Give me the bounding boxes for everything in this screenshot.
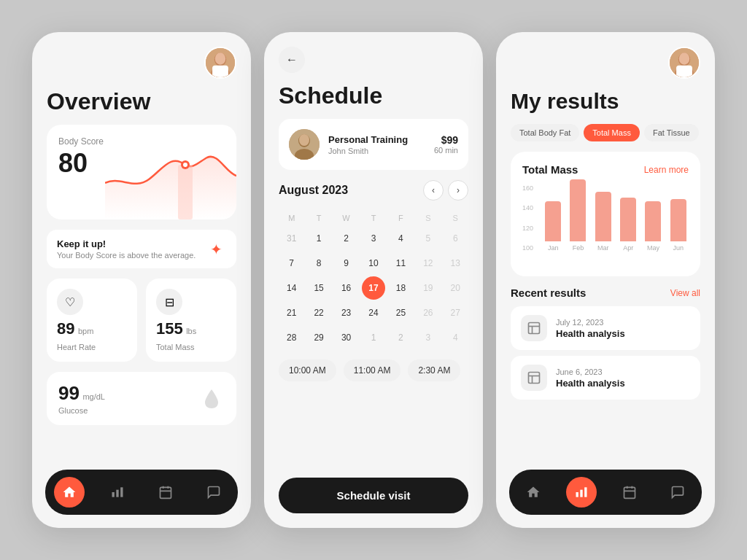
cal-day-29[interactable]: 29 (307, 326, 330, 349)
schedule-title: Schedule (279, 83, 468, 109)
nav-calendar[interactable] (150, 477, 181, 508)
total-mass-label: Total Mass (156, 343, 226, 351)
results-bottom-nav (509, 470, 702, 515)
svg-rect-33 (624, 487, 635, 498)
prev-month-button[interactable]: ‹ (423, 180, 444, 201)
day-header-w: W (333, 211, 359, 225)
cal-day-20[interactable]: 20 (444, 276, 467, 300)
result-item-2[interactable]: June 6, 2023 Health analysis (511, 356, 700, 400)
cal-day-26[interactable]: 26 (417, 301, 440, 324)
learn-more-link[interactable]: Learn more (644, 165, 689, 175)
trainer-avatar (289, 129, 320, 160)
cal-day-21[interactable]: 21 (280, 301, 303, 324)
svg-point-22 (679, 52, 690, 64)
cal-day-28[interactable]: 28 (280, 326, 303, 349)
glucose-card: 99 mg/dL Glucose (47, 372, 236, 425)
back-button[interactable]: ← (279, 47, 305, 73)
calendar-nav: ‹ › (423, 180, 468, 201)
tab-total-body-fat[interactable]: Total Body Fat (511, 124, 579, 141)
cal-day-5[interactable]: 5 (417, 227, 440, 250)
svg-point-18 (299, 134, 309, 146)
keep-it-subtitle: Your Body Score is above the average. (57, 251, 200, 260)
heart-rate-value: 89 bpm (57, 319, 127, 338)
time-slot-2[interactable]: 11:00 AM (344, 359, 401, 381)
cal-day-31[interactable]: 31 (280, 227, 303, 250)
cal-day-next-4[interactable]: 4 (444, 326, 467, 349)
calendar-header: August 2023 ‹ › (279, 180, 468, 201)
time-slot-1[interactable]: 10:00 AM (279, 359, 336, 381)
cal-day-30[interactable]: 30 (335, 326, 358, 349)
sparkle-icon: ✦ (206, 239, 226, 260)
body-score-card: Body Score 80 (47, 125, 236, 219)
cal-day-6[interactable]: 6 (444, 227, 467, 250)
cal-day-12[interactable]: 12 (417, 252, 440, 275)
cal-day-15[interactable]: 15 (307, 276, 330, 300)
cal-day-16[interactable]: 16 (335, 276, 358, 300)
total-mass-value: 155 lbs (156, 319, 226, 338)
results-nav-calendar[interactable] (614, 477, 645, 508)
calendar-month: August 2023 (279, 184, 348, 197)
result-name-2: Health analysis (556, 378, 625, 389)
price-value: $99 (434, 134, 458, 146)
next-month-button[interactable]: › (448, 180, 468, 201)
day-header-t1: T (306, 211, 331, 225)
view-all-link[interactable]: View all (670, 288, 700, 298)
svg-rect-24 (529, 323, 540, 334)
day-header-m: M (279, 211, 304, 225)
svg-rect-30 (576, 492, 578, 497)
nav-home[interactable] (54, 477, 85, 508)
result-name-1: Health analysis (556, 328, 625, 339)
cal-day-13[interactable]: 13 (444, 252, 467, 275)
cal-day-25[interactable]: 25 (389, 301, 412, 324)
nav-chat[interactable] (198, 477, 229, 508)
trainer-sub: John Smith (328, 147, 425, 155)
bar-feb: Feb (568, 179, 588, 252)
screen-overview: Overview Body Score 80 (32, 32, 251, 528)
cal-day-22[interactable]: 22 (307, 301, 330, 324)
cal-day-11[interactable]: 11 (389, 252, 412, 275)
results-nav-chart[interactable] (566, 477, 597, 508)
trainer-name: Personal Training (328, 134, 425, 145)
cal-day-23[interactable]: 23 (335, 301, 358, 324)
cal-day-next-1[interactable]: 1 (362, 326, 385, 349)
result-date-2: June 6, 2023 (556, 368, 625, 376)
nav-chart[interactable] (102, 477, 133, 508)
time-slot-3[interactable]: 2:30 AM (408, 359, 460, 381)
cal-day-8[interactable]: 8 (307, 252, 330, 275)
svg-rect-4 (212, 66, 228, 77)
cal-day-2[interactable]: 2 (335, 227, 358, 250)
price-duration: 60 min (434, 146, 458, 155)
day-header-t2: T (360, 211, 386, 225)
cal-day-24[interactable]: 24 (362, 301, 385, 324)
cal-day-18[interactable]: 18 (389, 276, 412, 300)
cal-day-7[interactable]: 7 (280, 252, 303, 275)
cal-day-4[interactable]: 4 (389, 227, 412, 250)
svg-rect-11 (160, 487, 171, 498)
cal-day-10[interactable]: 10 (362, 252, 385, 275)
cal-day-next-3[interactable]: 3 (417, 326, 440, 349)
cal-day-27[interactable]: 27 (444, 301, 467, 324)
bar-jun: Jun (668, 199, 689, 252)
cal-day-3[interactable]: 3 (362, 227, 385, 250)
cal-day-next-2[interactable]: 2 (389, 326, 412, 349)
cal-day-14[interactable]: 14 (280, 276, 303, 300)
results-tabs: Total Body Fat Total Mass Fat Tissue Lea… (511, 124, 700, 141)
cal-day-9[interactable]: 9 (335, 252, 358, 275)
result-icon-2 (521, 365, 547, 391)
schedule-visit-button[interactable]: Schedule visit (279, 478, 468, 513)
results-nav-chat[interactable] (662, 477, 693, 508)
glucose-label: Glucose (58, 406, 105, 415)
tab-total-mass[interactable]: Total Mass (584, 124, 640, 141)
tab-fat-tissue[interactable]: Fat Tissue (644, 124, 699, 141)
cal-day-19[interactable]: 19 (417, 276, 440, 300)
svg-rect-9 (116, 490, 118, 497)
result-item-1[interactable]: July 12, 2023 Health analysis (511, 306, 700, 350)
total-mass-card: ⊟ 155 lbs Total Mass (146, 279, 236, 362)
bar-apr: Apr (618, 198, 638, 252)
cal-day-17[interactable]: 17 (362, 276, 385, 300)
day-header-f: F (388, 211, 414, 225)
bar-chart-wrapper: 160 140 120 100 Jan Feb Mar (522, 184, 689, 265)
svg-rect-31 (580, 490, 582, 497)
cal-day-1[interactable]: 1 (307, 227, 330, 250)
results-nav-home[interactable] (518, 477, 549, 508)
